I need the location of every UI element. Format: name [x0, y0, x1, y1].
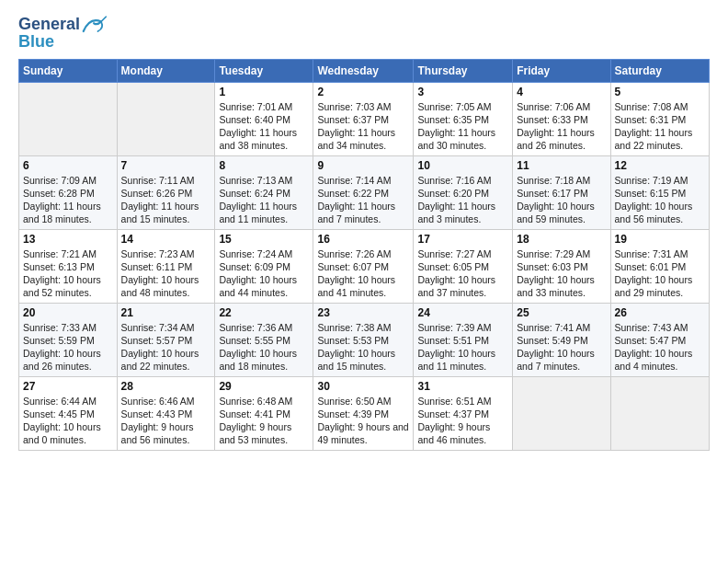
- calendar-day-header: Sunday: [19, 59, 118, 82]
- calendar-cell: 5Sunrise: 7:08 AM Sunset: 6:31 PM Daylig…: [610, 82, 709, 155]
- logo-general: General: [18, 16, 80, 34]
- calendar-cell: 27Sunrise: 6:44 AM Sunset: 4:45 PM Dayli…: [19, 376, 118, 450]
- day-info: Sunrise: 6:44 AM Sunset: 4:45 PM Dayligh…: [23, 395, 113, 447]
- calendar-day-header: Thursday: [414, 59, 513, 82]
- calendar-cell: 25Sunrise: 7:41 AM Sunset: 5:49 PM Dayli…: [513, 303, 610, 376]
- calendar-cell: 21Sunrise: 7:34 AM Sunset: 5:57 PM Dayli…: [117, 303, 215, 376]
- calendar-cell: 11Sunrise: 7:18 AM Sunset: 6:17 PM Dayli…: [513, 155, 610, 229]
- day-info: Sunrise: 6:46 AM Sunset: 4:43 PM Dayligh…: [121, 395, 211, 447]
- calendar-cell: 23Sunrise: 7:38 AM Sunset: 5:53 PM Dayli…: [313, 303, 414, 376]
- day-number: 20: [23, 306, 113, 319]
- calendar-cell: 17Sunrise: 7:27 AM Sunset: 6:05 PM Dayli…: [414, 229, 513, 303]
- day-number: 11: [517, 159, 606, 172]
- day-number: 9: [317, 159, 409, 172]
- day-info: Sunrise: 7:18 AM Sunset: 6:17 PM Dayligh…: [517, 174, 606, 226]
- day-number: 21: [121, 306, 211, 319]
- day-number: 8: [219, 159, 309, 172]
- day-number: 24: [417, 306, 508, 319]
- calendar-cell: 20Sunrise: 7:33 AM Sunset: 5:59 PM Dayli…: [19, 303, 118, 376]
- day-number: 1: [219, 86, 309, 98]
- day-number: 16: [317, 233, 409, 246]
- calendar-cell: 18Sunrise: 7:29 AM Sunset: 6:03 PM Dayli…: [513, 229, 610, 303]
- day-info: Sunrise: 7:26 AM Sunset: 6:07 PM Dayligh…: [317, 247, 409, 300]
- calendar-week-row: 20Sunrise: 7:33 AM Sunset: 5:59 PM Dayli…: [19, 303, 710, 376]
- day-info: Sunrise: 7:41 AM Sunset: 5:49 PM Dayligh…: [517, 321, 606, 373]
- calendar-cell: 30Sunrise: 6:50 AM Sunset: 4:39 PM Dayli…: [313, 376, 414, 450]
- logo: General Blue: [18, 15, 108, 52]
- day-number: 12: [615, 159, 705, 172]
- day-info: Sunrise: 7:03 AM Sunset: 6:37 PM Dayligh…: [317, 100, 409, 153]
- calendar-cell: 26Sunrise: 7:43 AM Sunset: 5:47 PM Dayli…: [610, 303, 709, 376]
- day-number: 28: [121, 380, 211, 393]
- calendar-week-row: 13Sunrise: 7:21 AM Sunset: 6:13 PM Dayli…: [19, 229, 710, 303]
- day-info: Sunrise: 7:24 AM Sunset: 6:09 PM Dayligh…: [219, 247, 309, 300]
- calendar-day-header: Tuesday: [215, 59, 313, 82]
- day-number: 6: [23, 159, 113, 172]
- day-info: Sunrise: 7:01 AM Sunset: 6:40 PM Dayligh…: [219, 100, 309, 153]
- day-number: 13: [23, 233, 113, 246]
- calendar-cell: 22Sunrise: 7:36 AM Sunset: 5:55 PM Dayli…: [215, 303, 313, 376]
- day-info: Sunrise: 7:21 AM Sunset: 6:13 PM Dayligh…: [23, 247, 113, 300]
- day-number: 29: [219, 380, 309, 393]
- day-info: Sunrise: 6:50 AM Sunset: 4:39 PM Dayligh…: [317, 395, 409, 447]
- day-number: 3: [417, 86, 508, 98]
- calendar-cell: 28Sunrise: 6:46 AM Sunset: 4:43 PM Dayli…: [117, 376, 215, 450]
- calendar-cell: 7Sunrise: 7:11 AM Sunset: 6:26 PM Daylig…: [117, 155, 215, 229]
- day-info: Sunrise: 7:33 AM Sunset: 5:59 PM Dayligh…: [23, 321, 113, 373]
- calendar-cell: [19, 82, 118, 155]
- day-info: Sunrise: 7:08 AM Sunset: 6:31 PM Dayligh…: [615, 100, 705, 153]
- day-info: Sunrise: 7:27 AM Sunset: 6:05 PM Dayligh…: [417, 247, 508, 300]
- calendar-cell: 1Sunrise: 7:01 AM Sunset: 6:40 PM Daylig…: [215, 82, 313, 155]
- day-info: Sunrise: 7:11 AM Sunset: 6:26 PM Dayligh…: [121, 174, 211, 226]
- day-info: Sunrise: 7:31 AM Sunset: 6:01 PM Dayligh…: [615, 247, 705, 300]
- day-info: Sunrise: 7:14 AM Sunset: 6:22 PM Dayligh…: [317, 174, 409, 226]
- day-number: 18: [517, 233, 606, 246]
- calendar-cell: 10Sunrise: 7:16 AM Sunset: 6:20 PM Dayli…: [414, 155, 513, 229]
- day-number: 4: [517, 86, 606, 98]
- calendar-cell: 14Sunrise: 7:23 AM Sunset: 6:11 PM Dayli…: [117, 229, 215, 303]
- day-number: 30: [317, 380, 409, 393]
- calendar-cell: [610, 376, 709, 450]
- day-number: 2: [317, 86, 409, 98]
- calendar-week-row: 27Sunrise: 6:44 AM Sunset: 4:45 PM Dayli…: [19, 376, 710, 450]
- calendar-day-header: Friday: [513, 59, 610, 82]
- calendar-cell: [117, 82, 215, 155]
- calendar-cell: 8Sunrise: 7:13 AM Sunset: 6:24 PM Daylig…: [215, 155, 313, 229]
- day-info: Sunrise: 7:13 AM Sunset: 6:24 PM Dayligh…: [219, 174, 309, 226]
- calendar-cell: 12Sunrise: 7:19 AM Sunset: 6:15 PM Dayli…: [610, 155, 709, 229]
- logo-blue: Blue: [18, 33, 54, 52]
- calendar-cell: [513, 376, 610, 450]
- calendar-cell: 19Sunrise: 7:31 AM Sunset: 6:01 PM Dayli…: [610, 229, 709, 303]
- day-number: 27: [23, 380, 113, 393]
- day-info: Sunrise: 7:09 AM Sunset: 6:28 PM Dayligh…: [23, 174, 113, 226]
- calendar-cell: 16Sunrise: 7:26 AM Sunset: 6:07 PM Dayli…: [313, 229, 414, 303]
- calendar-cell: 2Sunrise: 7:03 AM Sunset: 6:37 PM Daylig…: [313, 82, 414, 155]
- day-number: 19: [615, 233, 705, 246]
- day-info: Sunrise: 7:23 AM Sunset: 6:11 PM Dayligh…: [121, 247, 211, 300]
- day-info: Sunrise: 7:06 AM Sunset: 6:33 PM Dayligh…: [517, 100, 606, 153]
- logo-bird-icon: [82, 15, 108, 35]
- calendar-cell: 13Sunrise: 7:21 AM Sunset: 6:13 PM Dayli…: [19, 229, 118, 303]
- day-info: Sunrise: 7:05 AM Sunset: 6:35 PM Dayligh…: [417, 100, 508, 153]
- day-info: Sunrise: 7:34 AM Sunset: 5:57 PM Dayligh…: [121, 321, 211, 373]
- header: General Blue: [18, 15, 710, 52]
- day-info: Sunrise: 6:51 AM Sunset: 4:37 PM Dayligh…: [417, 395, 508, 447]
- day-number: 10: [417, 159, 508, 172]
- day-number: 5: [615, 86, 705, 98]
- calendar-cell: 9Sunrise: 7:14 AM Sunset: 6:22 PM Daylig…: [313, 155, 414, 229]
- calendar-cell: 15Sunrise: 7:24 AM Sunset: 6:09 PM Dayli…: [215, 229, 313, 303]
- calendar-table: SundayMondayTuesdayWednesdayThursdayFrid…: [18, 59, 710, 451]
- day-info: Sunrise: 7:39 AM Sunset: 5:51 PM Dayligh…: [417, 321, 508, 373]
- day-number: 17: [417, 233, 508, 246]
- calendar-cell: 29Sunrise: 6:48 AM Sunset: 4:41 PM Dayli…: [215, 376, 313, 450]
- day-info: Sunrise: 7:16 AM Sunset: 6:20 PM Dayligh…: [417, 174, 508, 226]
- day-number: 23: [317, 306, 409, 319]
- calendar-week-row: 6Sunrise: 7:09 AM Sunset: 6:28 PM Daylig…: [19, 155, 710, 229]
- calendar-cell: 31Sunrise: 6:51 AM Sunset: 4:37 PM Dayli…: [414, 376, 513, 450]
- day-number: 25: [517, 306, 606, 319]
- calendar-day-header: Wednesday: [313, 59, 414, 82]
- day-number: 7: [121, 159, 211, 172]
- calendar-cell: 6Sunrise: 7:09 AM Sunset: 6:28 PM Daylig…: [19, 155, 118, 229]
- day-number: 15: [219, 233, 309, 246]
- calendar-week-row: 1Sunrise: 7:01 AM Sunset: 6:40 PM Daylig…: [19, 82, 710, 155]
